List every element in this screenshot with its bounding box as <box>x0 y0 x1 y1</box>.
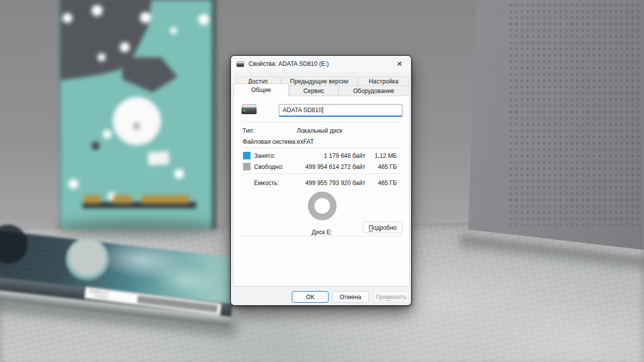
used-size: 1,12 МБ <box>374 152 397 159</box>
drive-icon-small <box>236 61 244 67</box>
capacity-label: Емкость: <box>254 179 279 187</box>
screw <box>174 169 184 179</box>
divider <box>243 122 401 122</box>
tab-hardware[interactable]: Оборудование <box>339 85 409 96</box>
details-rest: одробно <box>373 224 396 231</box>
filesystem-label: Файловая система: <box>243 138 297 145</box>
tab-label: Общие <box>251 86 271 94</box>
window-title: Свойства: ADATA SD810 (E:) <box>249 60 329 67</box>
photo-pc-case-panel <box>465 0 644 252</box>
type-label: Тип: <box>243 127 254 134</box>
details-button[interactable]: Подробно <box>363 222 403 233</box>
apply-rest: енить <box>391 294 407 301</box>
tab-label: Сервис <box>303 87 324 95</box>
cancel-button[interactable]: Отмена <box>332 291 369 303</box>
ok-label: ОК <box>306 294 314 301</box>
tab-previous-versions[interactable]: Предыдущие версии <box>281 76 358 86</box>
cancel-label: Отмена <box>340 294 361 301</box>
sata-jumper-pins <box>84 195 101 204</box>
apply-button[interactable]: Применить <box>373 291 410 303</box>
sticker-serial-text: 30XVJ 0479868 <box>89 289 109 300</box>
capacity-size: 465 ГБ <box>378 179 397 187</box>
tab-customize[interactable]: Настройка <box>358 76 409 86</box>
free-label: Свободно: <box>254 163 284 170</box>
general-tab-page: ADATA SD810 Тип: Локальный диск Файловая… <box>233 96 410 287</box>
volume-label-text: ADATA SD810 <box>283 107 322 114</box>
photo-standing-hdd <box>59 0 216 229</box>
screw <box>103 130 112 139</box>
used-label: Занято: <box>254 152 275 159</box>
ok-button[interactable]: ОК <box>292 291 329 303</box>
sata-data-pins <box>113 195 132 204</box>
screw <box>92 5 103 16</box>
sata-power-pins <box>141 195 189 204</box>
divider <box>243 148 401 148</box>
hdd-component-dot <box>92 142 100 150</box>
tab-general[interactable]: Общие <box>233 83 289 96</box>
usage-donut-chart <box>308 192 337 220</box>
filesystem-value: exFAT <box>297 138 314 145</box>
hdd-motor-label <box>113 97 161 145</box>
tab-label: Настройка <box>369 78 398 85</box>
capacity-bytes: 499 955 793 920 байт <box>305 179 365 187</box>
text-caret <box>323 107 323 114</box>
used-color-swatch <box>243 152 251 159</box>
case-vent-holes <box>508 2 643 225</box>
case-panel-edge <box>465 0 466 229</box>
standing-hdd-shadow <box>55 219 221 236</box>
used-bytes: 1 179 648 байт <box>324 152 365 159</box>
divider <box>243 173 401 174</box>
drive-icon-large <box>242 104 257 115</box>
close-icon[interactable]: ✕ <box>391 58 408 70</box>
screw <box>98 53 106 61</box>
free-color-swatch <box>243 163 251 170</box>
hdd-qr-mark <box>133 123 140 129</box>
volume-label-input[interactable]: ADATA SD810 <box>279 104 403 117</box>
tab-label: Оборудование <box>353 87 394 95</box>
screw <box>170 27 177 34</box>
screw <box>198 14 209 25</box>
screw <box>62 13 72 23</box>
screw <box>68 179 78 189</box>
free-size: 465 ГБ <box>378 163 397 170</box>
drive-caption: Диск E: <box>292 229 352 236</box>
type-value: Локальный диск <box>297 127 342 134</box>
hdd-small-sticker <box>147 151 170 166</box>
drive-led <box>244 110 246 112</box>
properties-dialog: Свойства: ADATA SD810 (E:) ✕ Доступ Пред… <box>230 55 412 306</box>
tab-tools[interactable]: Сервис <box>289 85 338 96</box>
apply-accesskey: м <box>387 294 391 301</box>
screw <box>140 12 151 23</box>
apply-pre: При <box>375 294 386 301</box>
tab-label: Предыдущие версии <box>290 78 349 85</box>
free-bytes: 499 954 614 272 байт <box>305 163 365 170</box>
screw <box>120 42 130 52</box>
title-bar[interactable]: Свойства: ADATA SD810 (E:) ✕ <box>231 56 411 72</box>
divider <box>243 236 401 236</box>
